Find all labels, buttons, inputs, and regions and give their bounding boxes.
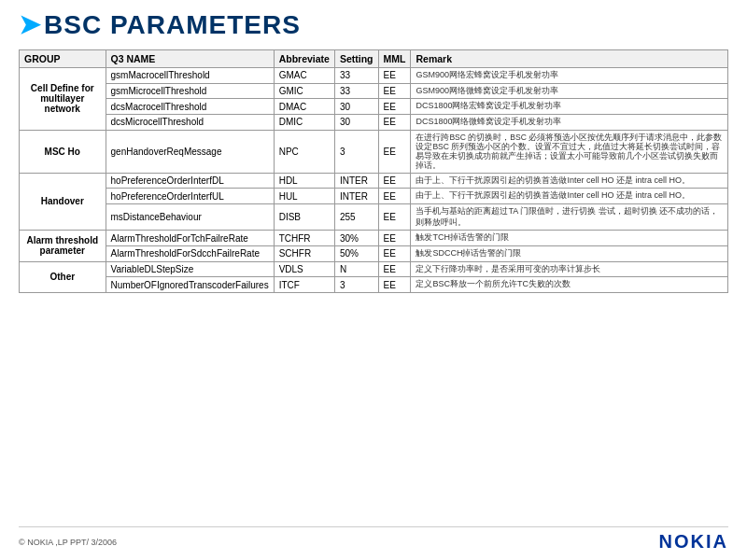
q3name-cell: NumberOFIgnoredTranscoderFailures bbox=[106, 277, 274, 293]
setting-cell: 30 bbox=[334, 115, 378, 131]
remark-cell: 定义下行降功率时，是否采用可变的功率计算步长 bbox=[411, 261, 728, 277]
mml-cell: EE bbox=[378, 189, 411, 204]
setting-cell: 33 bbox=[334, 68, 378, 84]
remark-cell: 定义BSC释放一个前所允许TC失败的次数 bbox=[411, 277, 728, 293]
q3name-cell: VariableDLStepSize bbox=[106, 261, 274, 277]
col-mml: MML bbox=[378, 50, 411, 68]
col-setting: Setting bbox=[334, 50, 378, 68]
setting-cell: 30% bbox=[334, 231, 378, 246]
col-remark: Remark bbox=[411, 50, 728, 68]
group-cell: Other bbox=[20, 261, 106, 292]
col-q3name: Q3 NAME bbox=[106, 50, 274, 68]
group-cell: Alarm threshold parameter bbox=[20, 231, 106, 261]
group-cell: Handover bbox=[20, 173, 106, 231]
mml-cell: EE bbox=[378, 99, 411, 115]
mml-cell: EE bbox=[378, 83, 411, 99]
mml-cell: EE bbox=[378, 130, 411, 173]
table-row: HandoverhoPreferenceOrderInterfDLHDLINTE… bbox=[20, 173, 728, 189]
setting-cell: 3 bbox=[334, 277, 378, 293]
q3name-cell: dcsMacrocellThreshold bbox=[106, 99, 274, 115]
mml-cell: EE bbox=[378, 231, 411, 246]
group-cell: Cell Define for multilayer network bbox=[20, 68, 106, 131]
col-group: GROUP bbox=[20, 50, 106, 68]
q3name-cell: msDistanceBehaviour bbox=[106, 203, 274, 230]
nokia-logo: NOKIA bbox=[659, 531, 728, 553]
q3name-cell: hoPreferenceOrderInterfUL bbox=[106, 189, 274, 204]
remark-cell: DCS1800网络微蜂窝设定手机发射功率 bbox=[411, 115, 728, 131]
table-row: dcsMacrocellThresholdDMAC30EEDCS1800网络宏蜂… bbox=[20, 99, 728, 115]
table-row: Alarm threshold parameterAlarmThresholdF… bbox=[20, 231, 728, 246]
mml-cell: EE bbox=[378, 245, 411, 261]
setting-cell: INTER bbox=[334, 173, 378, 189]
mml-cell: EE bbox=[378, 68, 411, 84]
header-arrow-icon: ➤ bbox=[19, 9, 40, 40]
page: ➤ BSC PARAMETERS GROUP Q3 NAME Abbreviat… bbox=[0, 0, 747, 560]
table-row: NumberOFIgnoredTranscoderFailuresITCF3EE… bbox=[20, 277, 728, 293]
abbreviate-cell: VDLS bbox=[274, 261, 334, 277]
page-header: ➤ BSC PARAMETERS bbox=[19, 9, 728, 40]
abbreviate-cell: ITCF bbox=[274, 277, 334, 293]
table-row: AlarmThresholdForSdcchFailreRateSCHFR50%… bbox=[20, 245, 728, 261]
abbreviate-cell: DMIC bbox=[274, 115, 334, 131]
q3name-cell: gsmMicrocellThreshold bbox=[106, 83, 274, 99]
q3name-cell: genHandoverReqMessage bbox=[106, 130, 274, 173]
remark-cell: 在进行跨BSC 的切换时，BSC 必须将预选小区按优先顺序列于请求消息中，此参数… bbox=[411, 130, 728, 173]
setting-cell: N bbox=[334, 261, 378, 277]
footer-copyright: © NOKIA ,LP PPT/ 3/2006 bbox=[19, 538, 117, 547]
mml-cell: EE bbox=[378, 203, 411, 230]
abbreviate-cell: HDL bbox=[274, 173, 334, 189]
remark-cell: 由于上、下行干扰原因引起的切换首选做Inter cell HO 还是 intra… bbox=[411, 173, 728, 189]
remark-cell: 触发TCH掉话告警的门限 bbox=[411, 231, 728, 246]
remark-cell: 触发SDCCH掉话告警的门限 bbox=[411, 245, 728, 261]
parameters-table: GROUP Q3 NAME Abbreviate Setting MML Rem… bbox=[19, 49, 728, 293]
table-row: MSC HogenHandoverReqMessageNPC3EE在进行跨BSC… bbox=[20, 130, 728, 173]
table-row: dcsMicrocellThresholdDMIC30EEDCS1800网络微蜂… bbox=[20, 115, 728, 131]
footer: © NOKIA ,LP PPT/ 3/2006 NOKIA bbox=[19, 526, 728, 553]
abbreviate-cell: DMAC bbox=[274, 99, 334, 115]
abbreviate-cell: GMAC bbox=[274, 68, 334, 84]
table-row: OtherVariableDLStepSizeVDLSNEE定义下行降功率时，是… bbox=[20, 261, 728, 277]
setting-cell: 50% bbox=[334, 245, 378, 261]
setting-cell: 255 bbox=[334, 203, 378, 230]
table-header-row: GROUP Q3 NAME Abbreviate Setting MML Rem… bbox=[20, 50, 728, 68]
q3name-cell: hoPreferenceOrderInterfDL bbox=[106, 173, 274, 189]
mml-cell: EE bbox=[378, 115, 411, 131]
table-row: hoPreferenceOrderInterfULHULINTEREE由于上、下… bbox=[20, 189, 728, 204]
table-container: GROUP Q3 NAME Abbreviate Setting MML Rem… bbox=[19, 49, 728, 521]
q3name-cell: dcsMicrocellThreshold bbox=[106, 115, 274, 131]
abbreviate-cell: HUL bbox=[274, 189, 334, 204]
setting-cell: INTER bbox=[334, 189, 378, 204]
mml-cell: EE bbox=[378, 277, 411, 293]
col-abbreviate: Abbreviate bbox=[274, 50, 334, 68]
abbreviate-cell: TCHFR bbox=[274, 231, 334, 246]
setting-cell: 30 bbox=[334, 99, 378, 115]
setting-cell: 3 bbox=[334, 130, 378, 173]
remark-cell: 当手机与基站的距离超过TA 门限值时，进行切换 尝试，超时切换 还不成功的话，则… bbox=[411, 203, 728, 230]
page-title: BSC PARAMETERS bbox=[44, 10, 301, 40]
table-row: Cell Define for multilayer networkgsmMac… bbox=[20, 68, 728, 84]
mml-cell: EE bbox=[378, 173, 411, 189]
table-row: gsmMicrocellThresholdGMIC33EEGSM900网络微蜂窝… bbox=[20, 83, 728, 99]
remark-cell: GSM900网络宏蜂窝设定手机发射功率 bbox=[411, 68, 728, 84]
remark-cell: GSM900网络微蜂窝设定手机发射功率 bbox=[411, 83, 728, 99]
group-cell: MSC Ho bbox=[20, 130, 106, 173]
abbreviate-cell: GMIC bbox=[274, 83, 334, 99]
remark-cell: 由于上、下行干扰原因引起的切换首选做Inter cell HO 还是 intra… bbox=[411, 189, 728, 204]
abbreviate-cell: SCHFR bbox=[274, 245, 334, 261]
mml-cell: EE bbox=[378, 261, 411, 277]
q3name-cell: gsmMacrocellThreshold bbox=[106, 68, 274, 84]
abbreviate-cell: DISB bbox=[274, 203, 334, 230]
remark-cell: DCS1800网络宏蜂窝设定手机发射功率 bbox=[411, 99, 728, 115]
abbreviate-cell: NPC bbox=[274, 130, 334, 173]
q3name-cell: AlarmThresholdForTchFailreRate bbox=[106, 231, 274, 246]
table-row: msDistanceBehaviourDISB255EE当手机与基站的距离超过T… bbox=[20, 203, 728, 230]
q3name-cell: AlarmThresholdForSdcchFailreRate bbox=[106, 245, 274, 261]
setting-cell: 33 bbox=[334, 83, 378, 99]
